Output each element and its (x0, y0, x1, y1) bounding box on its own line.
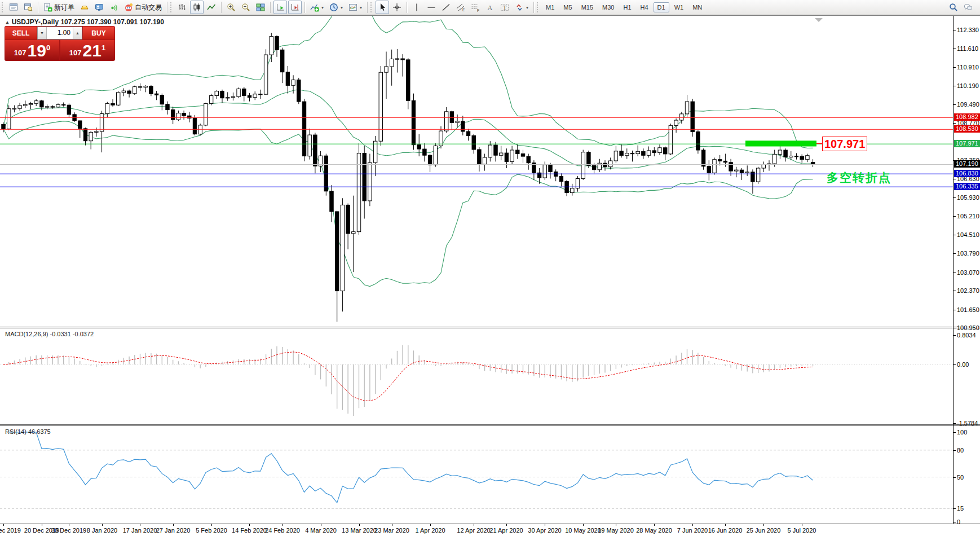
panel-splitter[interactable] (0, 327, 980, 328)
timeframe-m5-button[interactable]: M5 (559, 2, 576, 12)
candle-body (149, 86, 153, 94)
arrows-tool-button[interactable]: ▾ (513, 1, 531, 14)
timeframe-m15-button[interactable]: M15 (577, 2, 597, 12)
tile-windows-button[interactable] (254, 1, 267, 14)
crosshair-button[interactable] (390, 1, 404, 14)
candle-body (122, 91, 125, 93)
toolbar-drag-handle[interactable] (537, 2, 540, 12)
market-button[interactable] (78, 1, 91, 14)
timeframe-h4-button[interactable]: H4 (637, 2, 652, 12)
candle-body (625, 153, 629, 156)
macd-panel[interactable] (0, 329, 953, 424)
candle-body (40, 101, 43, 107)
timeframe-d1-button[interactable]: D1 (654, 2, 669, 12)
zoom-out-button[interactable] (239, 1, 253, 14)
chart-annotation-text[interactable]: 多空转折点 (827, 170, 891, 186)
text-label-icon: T (500, 3, 509, 12)
tester-icon (24, 3, 33, 12)
charts-window-button[interactable] (7, 1, 20, 14)
periods-button[interactable]: ▾ (327, 1, 345, 14)
signals-button[interactable] (107, 1, 121, 14)
templates-button[interactable]: ▾ (346, 1, 364, 14)
timeframe-m1-button[interactable]: M1 (542, 2, 558, 12)
time-axis-tick (545, 524, 545, 526)
bar-chart-button[interactable] (175, 1, 189, 14)
cursor-button[interactable] (376, 1, 389, 14)
candle-body (630, 153, 634, 154)
rsi-panel[interactable] (0, 427, 953, 524)
fibonacci-button[interactable]: F (469, 1, 482, 14)
panel-splitter[interactable] (0, 424, 980, 426)
candle-body (45, 107, 48, 107)
equidistant-channel-button[interactable]: E (454, 1, 467, 14)
candle-body (680, 114, 683, 120)
svg-text:A: A (488, 4, 493, 12)
zoom-in-button[interactable] (224, 1, 238, 14)
rsi-axis-tick (953, 477, 956, 478)
candle-body (270, 37, 273, 55)
candle-body (806, 156, 809, 160)
timeframe-m30-button[interactable]: M30 (598, 2, 618, 12)
timeframe-mn-button[interactable]: MN (688, 2, 706, 12)
chart-window: ▲ USDJPY-,Daily 107.275 107.390 107.091 … (0, 15, 980, 536)
text-tool-button[interactable]: A (483, 1, 497, 14)
chat-button[interactable] (961, 1, 975, 14)
timeframe-w1-button[interactable]: W1 (670, 2, 688, 12)
line-chart-button[interactable] (205, 1, 218, 14)
text-label-button[interactable]: T (498, 1, 511, 14)
auto-scroll-button[interactable] (273, 1, 287, 14)
rectangle-object[interactable] (745, 140, 816, 146)
autotrading-button[interactable]: 自动交易 (122, 1, 164, 14)
price-axis-label: 100.950 (957, 324, 979, 331)
chart-shift-marker-icon[interactable] (815, 18, 823, 22)
toolbar-drag-handle[interactable] (2, 2, 5, 12)
toolbar-drag-handle[interactable] (370, 2, 373, 12)
price-callout-label[interactable]: 107.971 (822, 137, 867, 151)
candle-body (308, 135, 311, 156)
sell-price-button[interactable]: 107 19 0 (5, 40, 59, 60)
sell-price-big: 19 (28, 43, 46, 59)
price-axis-tick (953, 179, 956, 179)
rsi-header: RSI(14) 46.6375 (5, 428, 51, 435)
price-highlight-label: 106.830 (954, 170, 980, 177)
volume-input[interactable]: 1.00 (47, 27, 73, 39)
vertical-line-button[interactable] (410, 1, 423, 14)
price-axis-label: 104.510 (957, 231, 979, 238)
candle-body (417, 145, 421, 149)
chart-title: ▲ USDJPY-,Daily 107.275 107.390 107.091 … (5, 18, 164, 26)
price-chart[interactable] (0, 16, 953, 328)
candle-body (587, 152, 590, 166)
trendline-button[interactable] (439, 1, 453, 14)
bollinger-band-line[interactable] (3, 121, 813, 287)
strategy-tester-button[interactable] (21, 1, 35, 14)
candle-body (428, 155, 431, 165)
community-button[interactable] (92, 1, 106, 14)
rsi-axis-label: 100 (957, 429, 967, 436)
toolbar-drag-handle[interactable] (170, 2, 173, 12)
candlestick-chart-button[interactable] (190, 1, 204, 14)
candle-body (559, 176, 563, 181)
symbol-period-label: USDJPY-,Daily (12, 18, 59, 26)
chart-shift-button[interactable] (288, 1, 302, 14)
candle-body (800, 156, 804, 160)
timeframe-h1-button[interactable]: H1 (619, 2, 635, 12)
candle-body (259, 94, 262, 95)
buy-button[interactable]: BUY (83, 27, 114, 39)
sell-button[interactable]: SELL (5, 27, 37, 39)
volume-down-button[interactable]: ▼ (38, 27, 47, 39)
buy-price-button[interactable]: 107 21 1 (60, 40, 114, 60)
horizontal-line-button[interactable] (425, 1, 438, 14)
dropdown-caret-icon: ▾ (360, 5, 362, 10)
new-order-button[interactable]: 新订单 (41, 1, 77, 14)
price-highlight-label: 107.971 (954, 140, 980, 147)
search-button[interactable] (947, 1, 960, 14)
price-axis-label: 111.610 (957, 45, 978, 52)
volume-up-button[interactable]: ▲ (73, 27, 82, 39)
candle-body (209, 96, 213, 104)
candle-body (220, 91, 224, 98)
rsi-axis-label: 0 (957, 519, 960, 525)
indicators-button[interactable]: ▾ (308, 1, 326, 14)
candle-body (62, 104, 65, 105)
candle-body (341, 205, 344, 291)
time-axis-tick (321, 524, 321, 526)
